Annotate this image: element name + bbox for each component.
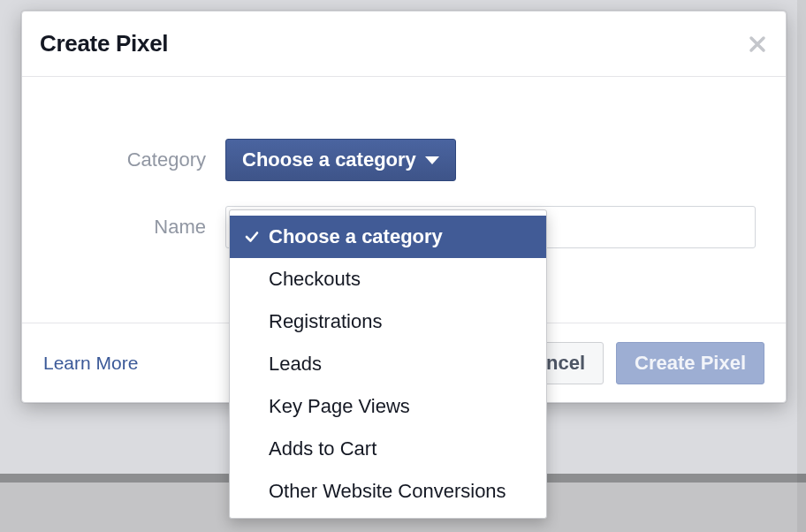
close-icon [747, 34, 768, 55]
dropdown-option-key-page-views[interactable]: Key Page Views [230, 385, 546, 428]
name-label: Name [49, 216, 225, 239]
dropdown-option-leads[interactable]: Leads [230, 343, 546, 385]
category-row: Category Choose a category [49, 139, 759, 181]
dialog-body: Category Choose a category Name Choose a… [22, 77, 786, 323]
dropdown-option-label: Other Website Conversions [269, 480, 506, 503]
dropdown-option-checkouts[interactable]: Checkouts [230, 258, 546, 300]
create-pixel-dialog: Create Pixel Category Choose a category … [21, 11, 787, 403]
dropdown-option-label: Checkouts [269, 268, 361, 291]
category-label: Category [49, 148, 225, 171]
dropdown-option-adds-to-cart[interactable]: Adds to Cart [230, 428, 546, 470]
dropdown-option-label: Adds to Cart [269, 437, 376, 460]
dropdown-option-registrations[interactable]: Registrations [230, 300, 546, 343]
dropdown-option-placeholder[interactable]: Choose a category [230, 216, 546, 258]
page-right-edge [797, 0, 806, 532]
close-button[interactable] [747, 34, 768, 55]
learn-more-link[interactable]: Learn More [43, 353, 138, 374]
dropdown-option-label: Key Page Views [269, 395, 410, 418]
category-dropdown-button[interactable]: Choose a category [225, 139, 456, 181]
create-pixel-button[interactable]: Create Pixel [616, 342, 764, 384]
check-icon [242, 229, 262, 245]
chevron-down-icon [425, 156, 439, 164]
dropdown-option-label: Leads [269, 353, 322, 376]
dropdown-option-label: Choose a category [269, 225, 443, 248]
category-dropdown-menu[interactable]: Choose a category Checkouts Registration… [229, 209, 547, 519]
dialog-title: Create Pixel [40, 30, 168, 57]
category-dropdown-button-label: Choose a category [242, 148, 416, 171]
dropdown-option-other-conversions[interactable]: Other Website Conversions [230, 470, 546, 513]
dropdown-option-label: Registrations [269, 310, 382, 333]
dialog-header: Create Pixel [22, 11, 786, 77]
